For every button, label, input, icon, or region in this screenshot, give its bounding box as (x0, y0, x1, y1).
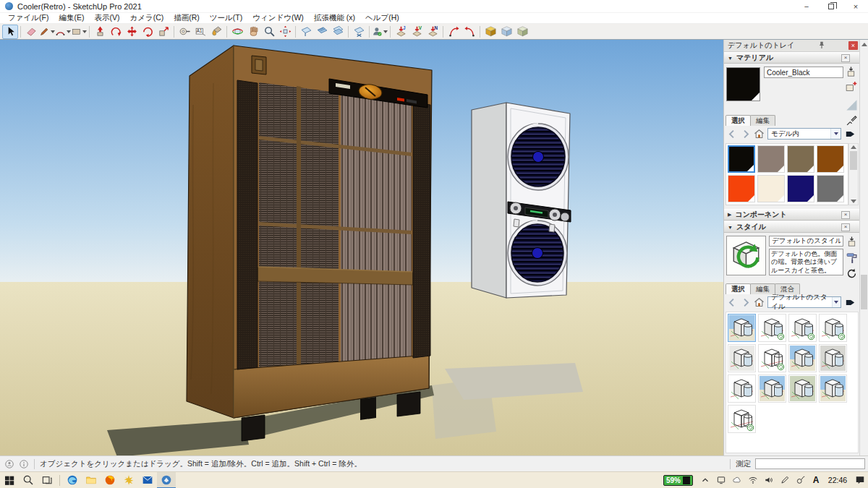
menu-item-1[interactable]: 編集(E) (54, 13, 89, 23)
tool-text-icon[interactable]: A1 (192, 25, 208, 39)
style-name-input[interactable] (769, 236, 843, 247)
tool-pan-icon[interactable] (245, 25, 261, 39)
style-thumbnail-12[interactable] (728, 405, 756, 433)
create-material-icon[interactable] (845, 81, 857, 93)
material-swatch-material-brown[interactable] (817, 145, 844, 173)
taskbar-task-view-icon[interactable] (38, 472, 56, 488)
materials-close-icon[interactable]: × (841, 54, 850, 62)
taskbar-photos-icon[interactable] (119, 472, 138, 488)
tool-move-icon[interactable] (124, 25, 140, 39)
menu-item-8[interactable]: ヘルプ(H) (360, 13, 404, 23)
material-preview[interactable] (726, 67, 760, 101)
tool-push-pull-icon[interactable] (92, 25, 108, 39)
tool-zoom-icon[interactable] (261, 25, 277, 39)
styles-collection-dropdown[interactable]: デフォルトのスタイル (767, 296, 841, 308)
pin-icon[interactable] (817, 40, 827, 51)
chevron-up-icon[interactable] (697, 472, 713, 488)
style-thumbnail-11[interactable] (819, 374, 847, 403)
styles-close-icon[interactable]: × (841, 223, 850, 231)
material-swatch-material-taupe[interactable] (757, 145, 785, 173)
tool-section-fill-icon[interactable] (314, 25, 330, 39)
pen-icon[interactable] (777, 472, 793, 488)
material-swatch-Cooler_Black[interactable] (728, 145, 755, 173)
tool-orbit-icon[interactable] (229, 25, 245, 39)
refresh-icon[interactable] (846, 267, 858, 280)
tool-import-curve-icon[interactable] (446, 25, 461, 39)
details-arrow-icon[interactable] (844, 128, 856, 140)
geolocation-icon[interactable] (4, 459, 14, 469)
tool-follow-me-icon[interactable] (108, 25, 124, 39)
device-icon[interactable] (713, 472, 729, 488)
material-swatch-material-navy[interactable] (787, 175, 814, 202)
style-thumbnail-2[interactable] (788, 314, 817, 342)
forward-arrow-icon[interactable] (739, 296, 752, 309)
tool-stamp-v-icon[interactable]: V (409, 25, 425, 39)
taskbar-sketchup-icon[interactable] (157, 472, 176, 488)
materials-tab-0[interactable]: 選択 (726, 115, 751, 126)
cooler-unit-model[interactable] (472, 103, 571, 298)
tool-section-cuts-icon[interactable] (351, 25, 367, 39)
tool-view-iso-blue-icon[interactable] (498, 25, 514, 39)
battery-indicator[interactable]: 59% (663, 475, 693, 486)
style-thumbnail-0[interactable] (728, 314, 756, 342)
styles-section-header[interactable]: ▼ スタイル × (724, 221, 860, 233)
styles-tab-0[interactable]: 選択 (726, 283, 751, 294)
components-section-header[interactable]: ▶ コンポーネント × (724, 209, 860, 221)
tool-section-plane-icon[interactable] (298, 25, 314, 39)
taskbar-mail-icon[interactable] (138, 472, 157, 488)
materials-section-header[interactable]: ▼ マテリアル × (724, 52, 860, 64)
tool-tape-measure-icon[interactable] (176, 25, 192, 39)
menu-item-7[interactable]: 拡張機能 (x) (309, 13, 360, 23)
tool-section-display-icon[interactable] (330, 25, 346, 39)
tool-select-icon[interactable] (2, 25, 18, 39)
menu-item-4[interactable]: 描画(R) (169, 13, 205, 23)
tray-close-button[interactable]: × (848, 41, 858, 50)
forward-arrow-icon[interactable] (739, 128, 752, 140)
ime-mode-indicator[interactable]: A (809, 475, 823, 485)
onedrive-icon[interactable] (729, 472, 745, 488)
tool-rotate-icon[interactable] (140, 25, 156, 39)
taskbar-edge-icon[interactable] (63, 472, 82, 488)
eyedropper-icon[interactable] (846, 114, 858, 127)
materials-tab-1[interactable]: 編集 (750, 115, 775, 126)
style-thumbnail-9[interactable] (758, 374, 786, 403)
back-arrow-icon[interactable] (726, 128, 739, 140)
tool-stamp-j-icon[interactable]: J (393, 25, 409, 39)
materials-collection-dropdown[interactable]: モデル内 (767, 128, 841, 140)
taskbar-clock[interactable]: 22:46 (823, 476, 852, 484)
menu-item-6[interactable]: ウィンドウ(W) (247, 13, 309, 23)
tool-line-icon[interactable] (39, 25, 55, 39)
volume-icon[interactable] (761, 472, 777, 488)
tool-view-iso-yellow-icon[interactable] (482, 25, 498, 39)
style-thumbnail-1[interactable] (758, 314, 786, 342)
wifi-icon[interactable] (745, 472, 761, 488)
details-arrow-icon[interactable] (844, 296, 856, 309)
style-thumbnail-4[interactable] (728, 344, 756, 372)
credits-icon[interactable] (19, 459, 29, 469)
peripheral-icon[interactable] (793, 472, 809, 488)
home-icon[interactable] (753, 128, 765, 140)
materials-scrollbar[interactable] (848, 143, 859, 205)
measurement-input[interactable] (755, 458, 865, 469)
display-in-model-icon[interactable] (845, 66, 857, 78)
tool-zoom-extents-icon[interactable] (277, 25, 293, 39)
back-arrow-icon[interactable] (726, 296, 739, 309)
viewport-3d[interactable] (0, 40, 723, 455)
tool-shapes-icon[interactable] (71, 25, 87, 39)
style-thumbnail-8[interactable] (728, 374, 756, 403)
taskbar-search-icon[interactable] (19, 472, 38, 488)
minimize-button[interactable]: − (794, 0, 819, 12)
tray-scrollbar[interactable] (859, 40, 868, 455)
menu-item-0[interactable]: ファイル(F) (3, 13, 54, 23)
close-button[interactable]: × (843, 0, 868, 12)
cooler-cabinet-model[interactable] (187, 46, 432, 441)
notification-center-icon[interactable] (852, 472, 868, 488)
tool-export-curve-icon[interactable] (461, 25, 477, 39)
taskbar-firefox-icon[interactable] (101, 472, 119, 488)
components-close-icon[interactable]: × (841, 211, 850, 219)
sample-paint-icon[interactable] (844, 98, 859, 112)
material-swatch-material-orange-red[interactable] (728, 175, 755, 202)
material-swatch-material-olive-brown[interactable] (787, 145, 814, 173)
style-thumbnail-7[interactable] (819, 344, 847, 372)
menu-item-3[interactable]: カメラ(C) (124, 13, 169, 23)
